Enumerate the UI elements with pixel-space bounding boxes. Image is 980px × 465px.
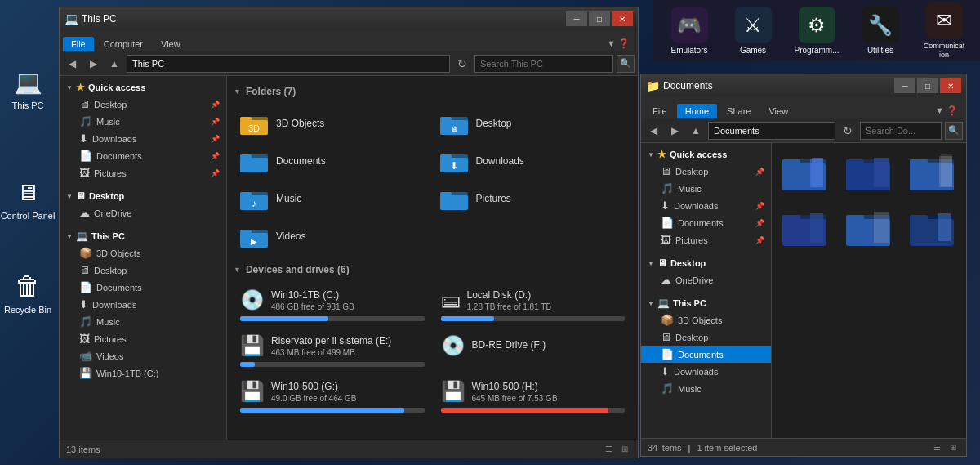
sidebar-item-documents-qa[interactable]: 📄 Documents 📌 <box>60 147 226 164</box>
close-btn-2[interactable]: ✕ <box>940 78 961 93</box>
view-list-btn-1[interactable]: ☰ <box>602 443 615 456</box>
drives-header[interactable]: ▼ Devices and drives (6) <box>234 264 631 275</box>
folder-desktop[interactable]: 🖥 Desktop <box>434 105 632 141</box>
svg-rect-17 <box>240 192 252 196</box>
maximize-btn-1[interactable]: □ <box>589 11 610 26</box>
sidebar-header-desktop[interactable]: ▼ 🖥 Desktop <box>60 188 226 204</box>
sidebar2-desktop-pc[interactable]: 🖥 Desktop <box>641 329 771 346</box>
desktop-icon-recycle-bin[interactable]: 🗑 Recycle Bin <box>0 270 56 315</box>
sidebar2-music-qa[interactable]: 🎵 Music <box>641 180 771 197</box>
desktop-icon-control-panel[interactable]: 🖥 Control Panel <box>0 176 56 221</box>
sidebar-item-downloads-qa[interactable]: ⬇ Downloads 📌 <box>60 130 226 147</box>
sidebar-item-documents-pc[interactable]: 📄 Documents <box>60 279 226 296</box>
refresh-btn-2[interactable]: ↻ <box>839 123 857 139</box>
folder-videos[interactable]: ▶ Videos <box>234 218 432 254</box>
sidebar-header-qa[interactable]: ▼ ★ Quick access <box>60 79 226 96</box>
sidebar-item-videos-pc[interactable]: 📹 Videos <box>60 347 226 364</box>
file-item-6[interactable] <box>902 202 963 254</box>
back-btn-1[interactable]: ◀ <box>63 56 81 72</box>
up-btn-2[interactable]: ▲ <box>687 123 705 139</box>
sidebar2-downloads-pc[interactable]: ⬇ Downloads <box>641 363 771 380</box>
sidebar2-desktop-qa[interactable]: 🖥 Desktop 📌 <box>641 163 771 180</box>
search-btn-1[interactable]: 🔍 <box>617 55 635 73</box>
taskbar-emulators[interactable]: 🎮 Emulators <box>663 7 716 55</box>
sidebar-item-3dobjects[interactable]: 📦 3D Objects <box>60 244 226 262</box>
sidebar-item-desktop-pc[interactable]: 🖥 Desktop <box>60 262 226 279</box>
folders-header[interactable]: ▼ Folders (7) <box>234 86 631 97</box>
svg-rect-13 <box>440 154 452 159</box>
tab-view-2[interactable]: View <box>760 104 796 118</box>
drive-h[interactable]: 💾 Win10-500 (H:) 645 MB free of 7.53 GB <box>434 375 632 418</box>
sidebar-header-this-pc[interactable]: ▼ 💻 This PC <box>60 228 226 244</box>
file-item-5[interactable] <box>839 202 899 254</box>
close-btn-1[interactable]: ✕ <box>612 11 633 26</box>
file-item-4[interactable] <box>775 202 835 254</box>
sidebar-item-onedrive[interactable]: ☁ OneDrive <box>60 204 226 221</box>
control-panel-icon: 🖥 <box>11 176 44 208</box>
drive-e[interactable]: 💾 Riservato per il sistema (E:) 463 MB f… <box>234 329 431 372</box>
file-item-2[interactable] <box>839 146 899 199</box>
maximize-btn-2[interactable]: □ <box>917 78 938 93</box>
sidebar-header-desktop-2[interactable]: ▼ 🖥 Desktop <box>641 255 771 271</box>
sidebar2-documents-pc[interactable]: 📄 Documents <box>641 346 771 363</box>
drive-c[interactable]: 💿 Win10-1TB (C:) 486 GB free of 931 GB <box>234 284 431 326</box>
forward-btn-2[interactable]: ▶ <box>666 123 684 139</box>
sidebar-item-win10-1tb[interactable]: 💾 Win10-1TB (C:) <box>60 364 226 382</box>
folder-documents[interactable]: Documents <box>234 143 432 179</box>
tab-file-1[interactable]: File <box>63 37 94 51</box>
sidebar-item-pictures-qa[interactable]: 🖼 Pictures 📌 <box>60 164 226 181</box>
search-btn-2[interactable]: 🔍 <box>945 122 963 140</box>
folder-music-icon: ♪ <box>240 186 270 212</box>
sidebar-item-desktop-qa[interactable]: 🖥 Desktop 📌 <box>60 96 226 113</box>
sidebar-header-qa-2[interactable]: ▼ ★ Quick access <box>641 146 771 163</box>
sidebar2-documents-qa[interactable]: 📄 Documents 📌 <box>641 214 771 231</box>
drive-g[interactable]: 💾 Win10-500 (G:) 49.0 GB free of 464 GB <box>234 375 431 418</box>
tab-file-2[interactable]: File <box>644 104 675 118</box>
sidebar2-music-pc[interactable]: 🎵 Music <box>641 380 771 397</box>
view-list-btn-2[interactable]: ☰ <box>930 441 943 454</box>
sidebar-item-music-qa[interactable]: 🎵 Music 📌 <box>60 113 226 130</box>
folder-music[interactable]: ♪ Music <box>234 181 432 217</box>
window-controls-2: ─ □ ✕ <box>894 78 961 93</box>
drive-d[interactable]: 🖴 Local Disk (D:) 1.28 TB free of 1.81 T… <box>434 284 632 326</box>
address-input-2[interactable] <box>708 122 835 140</box>
sidebar-item-downloads-pc[interactable]: ⬇ Downloads <box>60 296 226 313</box>
view-grid-btn-1[interactable]: ⊞ <box>618 443 631 456</box>
folder-downloads[interactable]: ⬇ Downloads <box>434 143 632 179</box>
tab-home-2[interactable]: Home <box>677 104 717 118</box>
ribbon-chevron-2[interactable]: ▼ ❓ <box>930 103 963 118</box>
minimize-btn-2[interactable]: ─ <box>894 78 915 93</box>
desktop-icon-this-pc[interactable]: 💻 This PC <box>0 65 56 110</box>
view-grid-btn-2[interactable]: ⊞ <box>947 441 960 454</box>
up-btn-1[interactable]: ▲ <box>105 56 123 72</box>
search-input-1[interactable] <box>474 55 613 73</box>
taskbar-communication[interactable]: ✉ Communication <box>918 2 971 60</box>
drive-f[interactable]: 💿 BD-RE Drive (F:) <box>434 329 632 372</box>
sidebar2-3dobjects[interactable]: 📦 3D Objects <box>641 311 771 329</box>
ribbon-chevron-1[interactable]: ▼ ❓ <box>602 36 635 51</box>
sidebar-item-pictures-pc[interactable]: 🖼 Pictures <box>60 330 226 347</box>
tab-share-2[interactable]: Share <box>719 104 759 118</box>
file-item-3[interactable] <box>902 146 963 199</box>
file-item-1[interactable] <box>775 146 835 199</box>
tab-computer-1[interactable]: Computer <box>96 37 151 51</box>
sidebar-header-this-pc-2[interactable]: ▼ 💻 This PC <box>641 295 771 311</box>
sidebar2-pictures-qa[interactable]: 🖼 Pictures 📌 <box>641 231 771 248</box>
taskbar-games[interactable]: ⚔ Games <box>727 7 780 55</box>
search-input-2[interactable] <box>860 122 942 140</box>
taskbar-programming[interactable]: ⚙ Programm... <box>791 7 844 55</box>
tab-view-1[interactable]: View <box>153 37 189 51</box>
sidebar2-onedrive[interactable]: ☁ OneDrive <box>641 271 771 288</box>
folder-pictures[interactable]: Pictures <box>434 181 632 217</box>
taskbar-utilities[interactable]: 🔧 Utilities <box>854 7 907 55</box>
forward-btn-1[interactable]: ▶ <box>84 56 102 72</box>
sidebar-1: ▼ ★ Quick access 🖥 Desktop 📌 🎵 Music 📌 ⬇… <box>60 76 227 440</box>
folder-3dobjects[interactable]: 3D 3D Objects <box>234 105 432 141</box>
recycle-bin-icon: 🗑 <box>11 270 44 302</box>
sidebar2-downloads-qa[interactable]: ⬇ Downloads 📌 <box>641 197 771 214</box>
refresh-btn-1[interactable]: ↻ <box>453 56 471 72</box>
minimize-btn-1[interactable]: ─ <box>566 11 587 26</box>
back-btn-2[interactable]: ◀ <box>644 123 662 139</box>
address-input-1[interactable] <box>127 55 450 73</box>
sidebar-item-music-pc[interactable]: 🎵 Music <box>60 313 226 330</box>
